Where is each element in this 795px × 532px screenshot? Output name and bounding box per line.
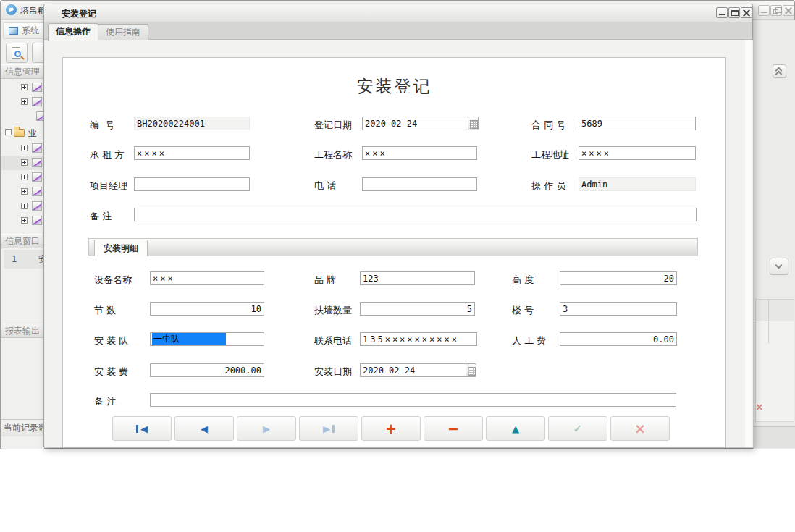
section-info-management[interactable]: 信息管理 [1,64,44,79]
collapse-minus-icon[interactable] [5,129,12,135]
nav-cancel-button[interactable]: × [610,416,670,441]
module-icon [32,216,42,225]
tree-node[interactable] [1,95,44,109]
dropdown-button[interactable] [770,258,788,275]
project-manager-field[interactable] [134,177,250,191]
folder-icon [14,129,25,137]
nav-edit-button[interactable]: ▲ [486,416,545,441]
tree-node[interactable] [1,185,44,199]
reg-date-field[interactable] [362,117,468,130]
search-icon [14,51,21,57]
dialog-maximize-button[interactable] [728,7,740,18]
expand-plus-icon[interactable] [21,217,28,224]
expand-plus-icon[interactable] [21,84,28,90]
dialog-minimize-button[interactable] [716,7,728,18]
install-registration-dialog: 安装登记 信息操作 使用指南 安装登记 编 号 登记日期 合 同 号 [43,4,753,447]
install-team-field[interactable]: 一中队 [150,332,264,346]
dialog-close-button[interactable] [741,7,752,18]
brand-field[interactable] [360,271,475,285]
nav-insert-button[interactable]: + [361,416,421,441]
tab-user-guide[interactable]: 使用指南 [98,24,148,40]
module-icon [32,158,42,167]
tree-node[interactable] [1,141,44,156]
window-row-number: 1 [12,250,17,269]
section-report-output[interactable]: 报表输出 [1,324,44,338]
height-label: 高 度 [512,274,534,287]
labor-fee-field[interactable] [560,332,677,346]
expand-plus-icon[interactable] [21,145,28,151]
toolbar-button-2[interactable] [32,43,44,63]
tree-folder-business[interactable]: 业 [1,125,44,140]
delete-record-icon: − [447,421,459,436]
expand-plus-icon[interactable] [21,98,28,105]
expand-plus-icon[interactable] [21,203,28,209]
main-minimize-button[interactable] [758,5,770,16]
sidebar-tab-system[interactable]: 系统 [3,22,44,39]
sections-field[interactable] [150,302,264,316]
install-team-label: 安 装 队 [94,334,128,347]
phone-field[interactable] [362,177,477,191]
app-title: 塔吊租 [20,5,46,17]
operator-field[interactable] [579,177,696,191]
grid-divider [768,300,769,343]
contact-phone-field[interactable] [360,332,477,346]
cancel-button-fragment[interactable]: × [755,401,764,413]
dialog-titlebar[interactable]: 安装登记 [44,4,752,22]
remark-field[interactable] [134,208,697,221]
expand-plus-icon[interactable] [21,159,28,166]
project-addr-field[interactable] [579,146,696,160]
operator-label: 操 作 员 [531,180,565,193]
dialog-title: 安装登记 [62,8,96,20]
height-field[interactable] [560,271,677,285]
detail-tabbar: 安装明细 [88,238,698,256]
device-name-field[interactable] [150,271,264,285]
chevron-down-icon [775,262,783,269]
section-info-window[interactable]: 信息窗口 [1,234,44,248]
remark-label: 备 注 [90,210,112,223]
detail-remark-label: 备 注 [94,395,116,408]
nav-delete-button[interactable]: − [424,416,483,441]
search-toolbar-button[interactable] [6,43,28,63]
tree-node[interactable] [1,214,44,228]
selected-text: 一中队 [152,333,226,345]
serial-label: 编 号 [90,119,114,132]
lessee-field[interactable] [134,146,250,160]
serial-field[interactable] [134,117,250,130]
module-icon [32,97,42,106]
nav-next-button[interactable]: ▶ [237,416,296,441]
nav-prior-button[interactable]: ◀ [174,416,234,441]
collapse-panel-button[interactable] [773,64,786,78]
main-restore-button[interactable] [770,5,782,16]
tree-folder-label: 业 [28,127,37,140]
project-name-field[interactable] [362,146,477,160]
maximize-icon [731,10,739,16]
detail-remark-field[interactable] [150,393,676,407]
tab-install-detail[interactable]: 安装明细 [94,240,148,256]
calendar-picker-button[interactable] [466,363,476,377]
tree-node-selected[interactable] [1,156,44,170]
prior-record-icon: ◀ [201,423,208,434]
main-close-button[interactable] [783,5,794,16]
bottom-bar-fragment [754,426,795,448]
install-fee-field[interactable] [150,363,264,377]
calendar-picker-button[interactable] [468,117,479,130]
info-window-row[interactable]: 1 安 [4,250,43,269]
building-no-field[interactable] [560,302,677,316]
nav-post-button[interactable]: ✓ [548,416,607,441]
tree-node[interactable] [1,170,44,185]
wall-braces-field[interactable] [360,302,475,316]
expand-plus-icon[interactable] [21,188,28,195]
scrollbar-track[interactable] [745,40,752,447]
contract-no-field[interactable] [579,117,696,130]
system-icon [9,27,18,35]
expand-plus-icon[interactable] [21,174,28,180]
install-date-field[interactable] [360,363,466,377]
nav-last-button[interactable]: ▶ [299,416,358,441]
nav-first-button[interactable]: ◀ [112,416,172,441]
tree-node[interactable] [1,199,44,214]
next-record-icon: ▶ [263,423,270,434]
minimize-icon [761,12,767,13]
tab-info-operation[interactable]: 信息操作 [48,23,98,41]
tree-node[interactable] [1,80,44,95]
tree-node[interactable] [1,109,44,124]
